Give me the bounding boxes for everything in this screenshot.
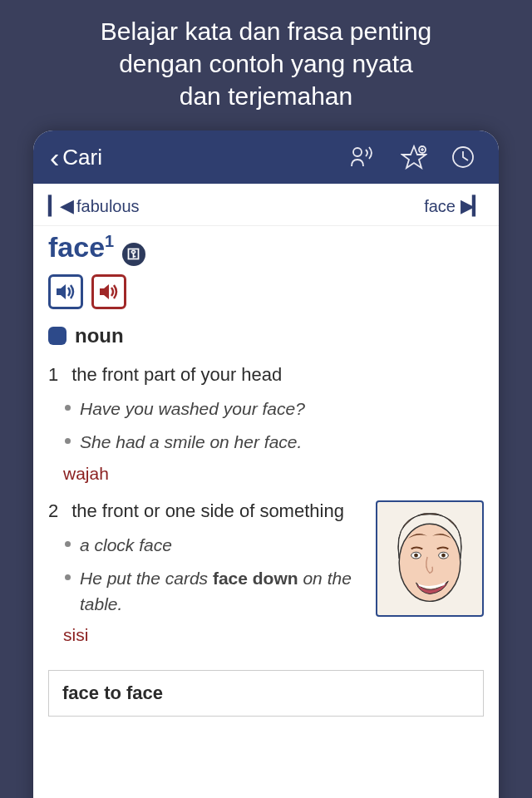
idiom-headword: face to face [62,682,470,704]
idiom-box[interactable]: face to face [48,670,484,717]
svg-point-7 [441,554,446,558]
pos-row: noun [48,324,484,347]
pronunciation-icon[interactable] [349,145,377,170]
word-nav: ▎◀ fabulous face ▶▎ [33,184,499,226]
header-actions [349,145,482,170]
audio-row [48,274,484,309]
sense-definition: 1 the front part of your head [48,361,484,388]
example-sentence: She had a smile on her face. [80,430,484,455]
headword-row: face1 ⚿ [48,231,484,264]
example-sentence: Have you washed your face? [80,397,484,421]
translation: sisi [63,625,364,645]
speaker-icon [98,283,120,301]
bullet-icon [65,541,71,547]
phone-frame: ‹ Cari ▎◀ fabulous [33,131,499,798]
app-header: ‹ Cari [33,131,499,184]
speaker-icon [55,283,76,301]
entry-content: face1 ⚿ noun 1 the front part of your he… [33,226,499,717]
bullet-icon [65,438,71,444]
promo-heading: Belajar kata dan frasa penting dengan co… [0,0,532,131]
prev-word-label: fabulous [76,197,140,216]
audio-uk-button[interactable] [48,274,83,309]
headword: face1 [48,231,114,264]
history-icon[interactable] [451,145,475,170]
favorite-icon[interactable] [401,145,427,170]
example-html: He put the cards face down on the table. [80,569,352,613]
translation: wajah [63,464,484,484]
sense-definition: 2 the front or one side of something [48,497,364,525]
prev-arrow-icon: ▎◀ [48,195,71,217]
chevron-left-icon: ‹ [50,141,59,174]
face-illustration-icon [377,500,482,617]
prev-word-button[interactable]: ▎◀ fabulous [48,195,140,217]
back-label: Cari [62,145,102,170]
bullet-icon [65,574,71,580]
pos-label: noun [75,324,124,347]
svg-point-5 [414,554,418,558]
bullet-icon [65,405,71,411]
next-arrow-icon: ▶▎ [461,195,484,217]
example-sentence: He put the cards face down on the table. [80,566,364,617]
svg-point-0 [353,148,362,156]
back-button[interactable]: ‹ Cari [50,141,342,174]
next-word-label: face [424,197,456,216]
pos-marker-icon [48,327,66,345]
audio-us-button[interactable] [91,274,126,309]
illustration-face [376,500,484,617]
example-sentence: a clock face [80,533,364,558]
keyword-icon[interactable]: ⚿ [122,243,145,266]
next-word-button[interactable]: face ▶▎ [424,195,484,217]
